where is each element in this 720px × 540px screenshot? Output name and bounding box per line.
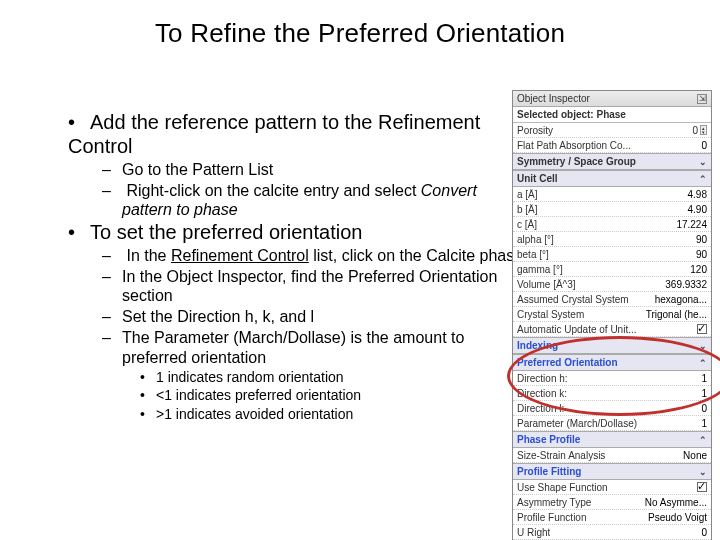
row-size-strain[interactable]: Size-Strain AnalysisNone xyxy=(513,448,711,463)
section-label: Indexing xyxy=(517,340,558,351)
row-value[interactable]: 1 xyxy=(701,373,707,384)
row-value[interactable]: 0 xyxy=(701,403,707,414)
chevron-down-icon: ⌄ xyxy=(699,157,707,167)
row-key: Asymmetry Type xyxy=(517,497,591,508)
bullet-2a-ul: Refinement Control xyxy=(171,247,309,264)
row-key: alpha [°] xyxy=(517,234,554,245)
row-value[interactable]: Trigonal (he... xyxy=(646,309,707,320)
row-value[interactable]: 369.9332 xyxy=(665,279,707,290)
row-value[interactable]: 0 xyxy=(701,527,707,538)
row-flatpath[interactable]: Flat Path Absorption Co... 0 xyxy=(513,138,711,153)
row-value[interactable]: 0 ▴▾ xyxy=(692,125,707,136)
row-alpha[interactable]: alpha [°]90 xyxy=(513,232,711,247)
panel-titlebar: Object Inspector ⇲ xyxy=(513,91,711,107)
row-value[interactable]: Pseudo Voigt xyxy=(648,512,707,523)
section-profile-fitting[interactable]: Profile Fitting ⌄ xyxy=(513,463,711,480)
row-assumed-sys[interactable]: Assumed Crystal Systemhexagona... xyxy=(513,292,711,307)
bullet-2d3: >1 indicates avoided orientation xyxy=(68,406,526,423)
checkbox-icon[interactable] xyxy=(697,482,707,492)
row-profile-fn[interactable]: Profile FunctionPseudo Voigt xyxy=(513,510,711,525)
row-auto-update[interactable]: Automatic Update of Unit... xyxy=(513,322,711,337)
row-value[interactable]: None xyxy=(683,450,707,461)
bullet-2d: The Parameter (March/Dollase) is the amo… xyxy=(68,328,526,366)
row-crystal-sys[interactable]: Crystal SystemTrigonal (he... xyxy=(513,307,711,322)
bullet-1a: Go to the Pattern List xyxy=(68,160,526,179)
row-key: Direction k: xyxy=(517,388,567,399)
row-beta[interactable]: beta [°]90 xyxy=(513,247,711,262)
section-label: Symmetry / Space Group xyxy=(517,156,636,167)
row-key: Automatic Update of Unit... xyxy=(517,324,637,335)
row-value[interactable]: 120 xyxy=(690,264,707,275)
panel-title: Object Inspector xyxy=(517,93,590,104)
section-preferred-orientation[interactable]: Preferred Orientation ⌃ xyxy=(513,354,711,371)
row-u-right[interactable]: U Right0 xyxy=(513,525,711,540)
content-body: Add the reference pattern to the Refinem… xyxy=(26,100,526,423)
row-asym-type[interactable]: Asymmetry TypeNo Asymme... xyxy=(513,495,711,510)
bullet-2: To set the preferred orientation xyxy=(68,220,526,244)
row-key: Parameter (March/Dollase) xyxy=(517,418,637,429)
row-value-text: 0 xyxy=(692,125,698,136)
row-key: a [Å] xyxy=(517,189,538,200)
row-value[interactable]: 4.90 xyxy=(688,204,707,215)
slide-title: To Refine the Preferred Orientation xyxy=(0,0,720,59)
bullet-2c: Set the Direction h, k, and l xyxy=(68,307,526,326)
row-key: Porosity xyxy=(517,125,553,136)
panel-pin-icon[interactable]: ⇲ xyxy=(697,94,707,104)
row-key: beta [°] xyxy=(517,249,549,260)
row-dir-h[interactable]: Direction h:1 xyxy=(513,371,711,386)
row-key: U Right xyxy=(517,527,550,538)
bullet-2d1: 1 indicates random orientation xyxy=(68,369,526,386)
selected-object-label: Selected object: Phase xyxy=(513,107,711,123)
row-key: c [Å] xyxy=(517,219,537,230)
section-label: Preferred Orientation xyxy=(517,357,618,368)
bullet-2a-pre: In the xyxy=(126,247,170,264)
bullet-2a: In the Refinement Control list, click on… xyxy=(68,246,526,265)
slide: To Refine the Preferred Orientation Add … xyxy=(0,0,720,540)
row-value[interactable]: 0 xyxy=(701,140,707,151)
row-value[interactable]: 90 xyxy=(696,234,707,245)
row-key: Flat Path Absorption Co... xyxy=(517,140,631,151)
row-key: Use Shape Function xyxy=(517,482,608,493)
row-key: Assumed Crystal System xyxy=(517,294,629,305)
row-porosity[interactable]: Porosity 0 ▴▾ xyxy=(513,123,711,138)
row-key: Volume [Å^3] xyxy=(517,279,576,290)
checkbox-icon[interactable] xyxy=(697,324,707,334)
row-value[interactable]: 1 xyxy=(701,388,707,399)
row-use-shape[interactable]: Use Shape Function xyxy=(513,480,711,495)
row-value[interactable]: 17.224 xyxy=(676,219,707,230)
row-value[interactable]: 4.98 xyxy=(688,189,707,200)
row-dir-k[interactable]: Direction k:1 xyxy=(513,386,711,401)
row-a[interactable]: a [Å]4.98 xyxy=(513,187,711,202)
row-key: b [Å] xyxy=(517,204,538,215)
chevron-down-icon: ⌄ xyxy=(699,341,707,351)
chevron-down-icon: ⌄ xyxy=(699,467,707,477)
row-value[interactable]: 90 xyxy=(696,249,707,260)
row-c[interactable]: c [Å]17.224 xyxy=(513,217,711,232)
bullet-2a-post: list, click on the Calcite phase xyxy=(309,247,523,264)
row-value[interactable]: No Asymme... xyxy=(645,497,707,508)
section-label: Phase Profile xyxy=(517,434,580,445)
bullet-1b: Right-click on the calcite entry and sel… xyxy=(68,181,526,219)
bullet-1b-pre: Right-click on the calcite entry and sel… xyxy=(126,182,420,199)
section-label: Profile Fitting xyxy=(517,466,581,477)
row-key: Size-Strain Analysis xyxy=(517,450,605,461)
row-volume[interactable]: Volume [Å^3]369.9332 xyxy=(513,277,711,292)
row-key: Direction l: xyxy=(517,403,564,414)
chevron-up-icon: ⌃ xyxy=(699,435,707,445)
chevron-up-icon: ⌃ xyxy=(699,174,707,184)
row-param-md[interactable]: Parameter (March/Dollase)1 xyxy=(513,416,711,431)
section-phase-profile[interactable]: Phase Profile ⌃ xyxy=(513,431,711,448)
row-value[interactable]: hexagona... xyxy=(655,294,707,305)
bullet-1: Add the reference pattern to the Refinem… xyxy=(68,110,526,158)
bullet-2b: In the Object Inspector, find the Prefer… xyxy=(68,267,526,305)
section-unit-cell[interactable]: Unit Cell ⌃ xyxy=(513,170,711,187)
section-symmetry[interactable]: Symmetry / Space Group ⌄ xyxy=(513,153,711,170)
row-key: Direction h: xyxy=(517,373,568,384)
spinner-icon[interactable]: ▴▾ xyxy=(700,125,707,135)
row-b[interactable]: b [Å]4.90 xyxy=(513,202,711,217)
row-value[interactable]: 1 xyxy=(701,418,707,429)
row-gamma[interactable]: gamma [°]120 xyxy=(513,262,711,277)
row-dir-l[interactable]: Direction l:0 xyxy=(513,401,711,416)
section-indexing[interactable]: Indexing ⌄ xyxy=(513,337,711,354)
row-key: Crystal System xyxy=(517,309,584,320)
